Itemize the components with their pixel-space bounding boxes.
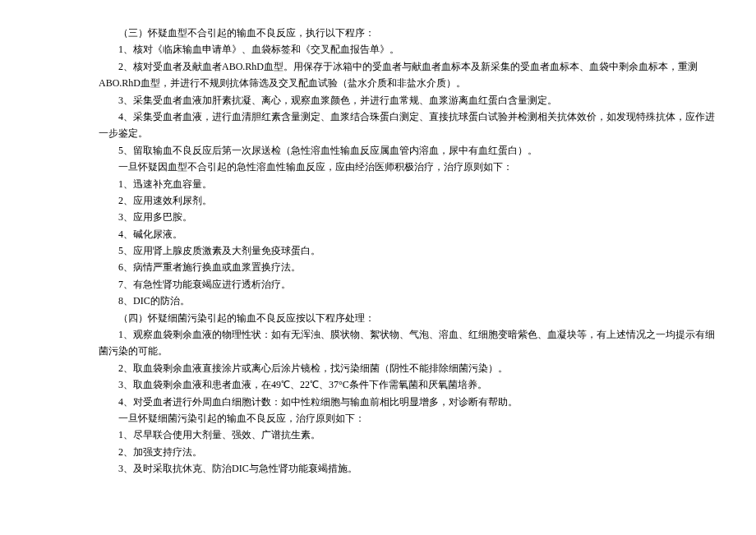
section4-subitem: 2、加强支持疗法。 [99,444,723,460]
document-content: （三）怀疑血型不合引起的输血不良反应，执行以下程序： 1、核对《临床输血申请单》… [99,25,723,477]
section3-subtitle: 一旦怀疑因血型不合引起的急性溶血性输血反应，应由经治医师积极治疗，治疗原则如下： [99,159,723,175]
section3-item: 4、采集受血者血液，进行血清胆红素含量测定、血浆结合珠蛋白测定、直接抗球蛋白试验… [99,108,723,142]
section3-title: （三）怀疑血型不合引起的输血不良反应，执行以下程序： [99,25,723,41]
section3-subitem: 5、应用肾上腺皮质激素及大剂量免疫球蛋白。 [99,242,723,259]
section3-subitem: 2、应用速效利尿剂。 [99,192,723,209]
section4-subitem: 1、尽早联合使用大剂量、强效、广谱抗生素。 [99,427,723,443]
section3-subitem: 3、应用多巴胺。 [99,209,723,225]
section3-item: 1、核对《临床输血申请单》、血袋标签和《交叉配血报告单》。 [99,41,723,58]
section4-subitem: 3、及时采取抗休克、防治DIC与急性肾功能衰竭措施。 [99,460,723,477]
section3-item: 2、核对受血者及献血者ABO.RhD血型。用保存于冰箱中的受血者与献血者血标本及… [99,58,723,92]
section3-subitem: 7、有急性肾功能衰竭应进行透析治疗。 [99,276,723,293]
section4-item: 3、取血袋剩余血液和患者血液，在49℃、22℃、37°C条件下作需氧菌和厌氧菌培… [99,376,723,393]
section4-item: 1、观察血袋剩余血液的物理性状：如有无浑浊、膜状物、絮状物、气泡、溶血、红细胞变… [99,326,723,360]
section3-subitem: 4、碱化尿液。 [99,226,723,242]
section4-title: （四）怀疑细菌污染引起的输血不良反应按以下程序处理： [99,310,723,326]
section3-subitem: 1、迅速补充血容量。 [99,176,723,192]
section4-item: 4、对受血者进行外周血白细胞计数：如中性粒细胞与输血前相比明显增多，对诊断有帮助… [99,394,723,410]
section3-item: 5、留取输血不良反应后第一次尿送检（急性溶血性输血反应属血管内溶血，尿中有血红蛋… [99,142,723,159]
section3-subitem: 8、DIC的防治。 [99,293,723,309]
section3-subitem: 6、病情严重者施行换血或血浆置换疗法。 [99,259,723,275]
section4-item: 2、取血袋剩余血液直接涂片或离心后涂片镜检，找污染细菌（阴性不能排除细菌污染）。 [99,360,723,376]
section3-item: 3、采集受血者血液加肝素抗凝、离心，观察血浆颜色，并进行血常规、血浆游离血红蛋白… [99,92,723,108]
section4-subtitle: 一旦怀疑细菌污染引起的输血不良反应，治疗原则如下： [99,410,723,427]
